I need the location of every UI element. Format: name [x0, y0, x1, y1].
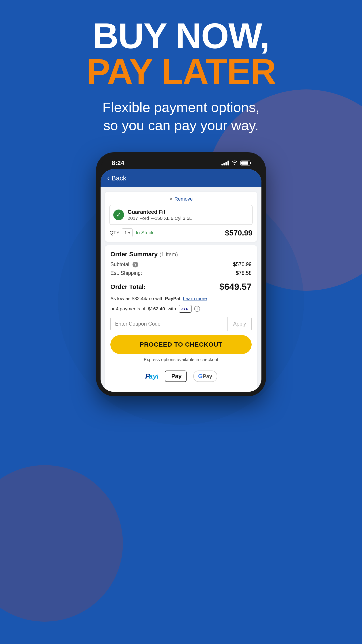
- fit-vehicle: 2017 Ford F-150 XL 6 Cyl 3.5L: [128, 216, 192, 221]
- paypal-learn-more-link[interactable]: Learn more: [183, 296, 207, 301]
- battery-icon: [240, 160, 250, 166]
- order-total-label: Order Total:: [110, 283, 146, 290]
- hero-line2: PAY LATER: [0, 54, 362, 90]
- back-button[interactable]: ‹ Back: [107, 174, 126, 182]
- signal-bars-icon: [221, 160, 229, 166]
- paypal-brand: PayPal: [165, 296, 180, 301]
- express-options-text: Express options available in checkout: [110, 357, 252, 362]
- coupon-input[interactable]: [111, 317, 228, 331]
- bg-shape-2: [0, 465, 123, 622]
- in-stock-label: In Stock: [136, 230, 153, 236]
- zip-amount: $162.40: [148, 306, 165, 312]
- qty-value: 1: [124, 230, 127, 236]
- fit-info: Guaranteed Fit 2017 Ford F-150 XL 6 Cyl …: [128, 209, 192, 221]
- order-summary-title: Order Summary (1 Item): [110, 251, 252, 258]
- express-divider: [110, 367, 252, 367]
- back-chevron-icon: ‹: [107, 174, 110, 182]
- cart-item-card: ✕ Remove ✓ Guaranteed Fit 2017 Ford F-15…: [105, 192, 257, 242]
- time-display: 8:24: [112, 160, 124, 166]
- back-label: Back: [111, 174, 126, 182]
- zip-payment-row: or 4 payments of $162.40 with zip i: [110, 305, 252, 312]
- hero-line1: BUY NOW,: [0, 18, 362, 54]
- phone-device: 8:24: [96, 152, 266, 396]
- google-pay-logo: G Pay: [193, 370, 217, 382]
- zip-text-mid: with: [168, 306, 176, 312]
- remove-x-icon: ✕: [169, 196, 173, 202]
- zip-info-icon[interactable]: i: [194, 306, 200, 312]
- dropdown-arrow-icon: ▾: [128, 231, 130, 235]
- remove-label[interactable]: Remove: [175, 196, 193, 202]
- qty-container: QTY 1 ▾ In Stock: [109, 228, 153, 237]
- zip-logo: zip: [179, 305, 192, 312]
- hero-section: BUY NOW, PAY LATER Flexible payment opti…: [0, 0, 362, 134]
- wifi-icon: [232, 160, 238, 166]
- cart-item-price: $570.99: [225, 228, 253, 237]
- paypal-svg-icon: P ayPal: [145, 372, 158, 381]
- qty-select[interactable]: 1 ▾: [122, 228, 132, 237]
- remove-row: ✕ Remove: [109, 196, 253, 202]
- green-check-icon: ✓: [113, 210, 124, 220]
- subtotal-line: Subtotal: ? $570.99: [110, 262, 252, 268]
- svg-text:ayPal: ayPal: [149, 372, 158, 380]
- subtotal-help-icon[interactable]: ?: [132, 262, 138, 268]
- order-total-line: Order Total: $649.57: [110, 282, 252, 292]
- hero-subtitle: Flexible payment options, so you can pay…: [0, 98, 362, 134]
- coupon-row: Apply: [110, 317, 252, 331]
- payment-logos: P ayPal Pay G Pay: [110, 370, 252, 386]
- zip-text-pre: or 4 payments of: [110, 306, 145, 312]
- apple-pay-label: Pay: [171, 373, 181, 380]
- status-icons: [221, 160, 250, 166]
- order-item-count: (1 Item): [159, 251, 178, 258]
- status-bar: 8:24: [100, 157, 261, 169]
- shipping-value: $78.58: [236, 270, 252, 276]
- checkout-button[interactable]: PROCEED TO CHECKOUT: [110, 335, 252, 354]
- qty-price-row: QTY 1 ▾ In Stock $570.99: [109, 228, 253, 237]
- subtotal-value: $570.99: [233, 262, 252, 268]
- guaranteed-fit-box: ✓ Guaranteed Fit 2017 Ford F-150 XL 6 Cy…: [109, 205, 253, 225]
- nav-bar: ‹ Back: [100, 169, 261, 187]
- order-summary-card: Order Summary (1 Item) Subtotal: ? $570.…: [105, 245, 257, 392]
- order-total-value: $649.57: [219, 282, 252, 292]
- paypal-logo: P ayPal: [145, 372, 158, 381]
- phone-wrapper: 8:24: [0, 152, 362, 396]
- qty-label: QTY: [109, 230, 120, 236]
- paypal-info: As low as $32.44/mo with PayPal. Learn m…: [110, 296, 252, 301]
- apple-pay-logo: Pay: [165, 370, 186, 382]
- coupon-apply-button[interactable]: Apply: [228, 317, 251, 331]
- shipping-line: Est. Shipping: $78.58: [110, 270, 252, 276]
- subtotal-label: Subtotal: ?: [110, 262, 138, 268]
- shipping-label: Est. Shipping:: [110, 270, 142, 276]
- order-divider: [110, 279, 252, 279]
- fit-title: Guaranteed Fit: [128, 209, 192, 215]
- phone-screen: ‹ Back ✕ Remove ✓: [100, 169, 261, 392]
- screen-content: ✕ Remove ✓ Guaranteed Fit 2017 Ford F-15…: [100, 192, 261, 392]
